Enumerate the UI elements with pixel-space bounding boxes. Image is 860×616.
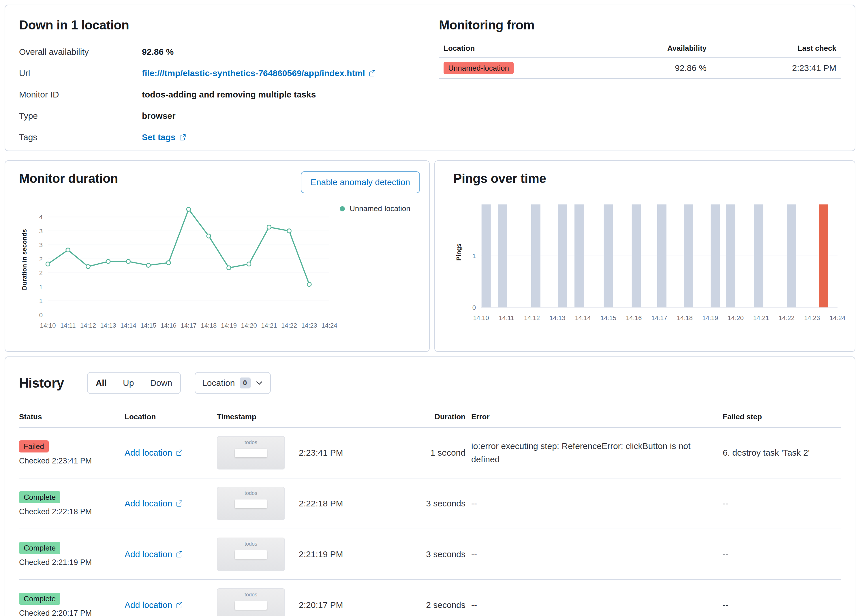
history-timestamp-cell: todos 2:22:18 PM (217, 487, 418, 520)
history-status-cell: Complete Checked 2:22:18 PM (19, 491, 125, 516)
x-tick-label: 14:17 (180, 322, 196, 329)
ping-bar-up (711, 204, 720, 307)
step-thumbnail[interactable]: todos (217, 538, 285, 571)
x-tick-label: 14:15 (600, 314, 616, 321)
timestamp-value: 2:20:17 PM (299, 600, 343, 610)
history-status-cell: Complete Checked 2:20:17 PM (19, 592, 125, 616)
y-axis-title: Duration in seconds (21, 229, 28, 290)
thumbnail-content (235, 601, 267, 610)
location-filter-dropdown[interactable]: Location 0 (195, 372, 270, 394)
checked-time: Checked 2:20:17 PM (19, 609, 92, 616)
y-tick-label: 0 (472, 304, 476, 311)
x-tick-label: 14:23 (301, 322, 317, 329)
ping-bar-up (684, 204, 693, 307)
monitor-id-value: todos-adding and removing multiple tasks (142, 89, 316, 100)
step-thumbnail[interactable]: todos (217, 588, 285, 616)
checked-time: Checked 2:23:41 PM (19, 456, 92, 466)
duration-point (106, 260, 110, 263)
field-url: Url file:///tmp/elastic-synthetics-76486… (19, 67, 439, 79)
chart-legend-item[interactable]: Unnamed-location (340, 204, 416, 213)
ping-bar-up (558, 204, 567, 307)
thumbnail-content (235, 449, 267, 458)
x-tick-label: 14:22 (779, 314, 794, 321)
enable-anomaly-detection-button[interactable]: Enable anomaly detection (301, 171, 420, 193)
error-value: -- (471, 548, 723, 561)
duration-point (46, 262, 50, 266)
history-location-cell: Add location (125, 448, 217, 458)
x-tick-label: 14:23 (804, 314, 820, 321)
field-overall-availability: Overall availability 92.86 % (19, 46, 439, 58)
thumbnail-content (235, 550, 267, 559)
ping-bar-up (632, 204, 641, 307)
add-location-link[interactable]: Add location (125, 549, 182, 559)
filter-up-button[interactable]: Up (115, 373, 142, 393)
y-tick-label: 1 (472, 252, 476, 260)
history-location-cell: Add location (125, 549, 217, 559)
add-location-link[interactable]: Add location (125, 448, 182, 458)
history-timestamp-cell: todos 2:23:41 PM (217, 436, 418, 470)
duration-point (247, 262, 251, 266)
overall-availability-value: 92.86 % (142, 46, 174, 58)
duration-point (267, 225, 271, 229)
history-status-cell: Failed Checked 2:23:41 PM (19, 440, 125, 466)
y-axis-title: Pings (455, 243, 462, 261)
set-tags-link[interactable]: Set tags (142, 132, 186, 143)
status-badge: Complete (19, 592, 60, 605)
y-tick-label: 3 (39, 241, 43, 249)
monitor-type-value: browser (142, 110, 176, 122)
ping-bar-up (726, 204, 735, 307)
legend-dot-icon (340, 206, 345, 212)
pings-over-time-chart: 0114:1014:1114:1214:1314:1414:1514:1614:… (454, 189, 846, 334)
timestamp-value: 2:23:41 PM (299, 448, 343, 458)
filter-all-button[interactable]: All (88, 373, 115, 393)
add-location-link[interactable]: Add location (125, 600, 182, 610)
external-link-icon (176, 602, 182, 608)
duration-point (307, 282, 311, 286)
duration-point (207, 234, 211, 238)
pings-over-time-panel: Pings over time 0114:1014:1114:1214:1314… (434, 160, 855, 352)
checked-time: Checked 2:22:18 PM (19, 507, 92, 516)
y-tick-label: 2 (39, 270, 43, 277)
external-link-icon (176, 449, 182, 456)
x-tick-label: 14:14 (575, 314, 591, 321)
history-row: Failed Checked 2:23:41 PM Add location t… (19, 428, 841, 478)
duration-point (86, 265, 90, 268)
ping-bar-up (498, 204, 507, 307)
x-tick-label: 14:12 (80, 322, 96, 329)
status-title: Down in 1 location (19, 18, 439, 32)
error-value: -- (471, 599, 723, 612)
y-tick-label: 0 (39, 312, 43, 319)
history-location-cell: Add location (125, 600, 217, 610)
history-status-cell: Complete Checked 2:21:19 PM (19, 542, 125, 567)
status-filter-group: All Up Down (87, 372, 181, 394)
monitor-duration-panel: Monitor duration Enable anomaly detectio… (5, 160, 430, 352)
monitor-url-link[interactable]: file:///tmp/elastic-synthetics-764860569… (142, 67, 375, 79)
ping-bar-down (819, 204, 828, 307)
field-tags: Tags Set tags (19, 132, 439, 143)
step-thumbnail[interactable]: todos (217, 487, 285, 520)
history-row: Complete Checked 2:22:18 PM Add location… (19, 478, 841, 529)
history-table-header: Status Location Timestamp Duration Error… (19, 412, 841, 428)
x-tick-label: 14:11 (60, 322, 75, 329)
x-tick-label: 14:21 (753, 314, 769, 321)
x-tick-label: 14:13 (549, 314, 565, 321)
duration-value: 3 seconds (418, 498, 471, 508)
x-tick-label: 14:15 (140, 322, 156, 329)
x-tick-label: 14:22 (281, 322, 297, 329)
add-location-link[interactable]: Add location (125, 498, 182, 508)
duration-point (166, 261, 170, 265)
y-tick-label: 1 (39, 284, 43, 291)
external-link-icon (176, 500, 182, 507)
step-thumbnail[interactable]: todos (217, 436, 285, 470)
x-tick-label: 14:14 (120, 322, 136, 329)
filter-down-button[interactable]: Down (142, 373, 180, 393)
timestamp-value: 2:21:19 PM (299, 549, 343, 559)
external-link-icon (179, 134, 186, 141)
status-badge: Failed (19, 440, 49, 453)
ping-bar-up (531, 204, 540, 307)
duration-point (287, 229, 291, 233)
status-overview-panel: Down in 1 location Overall availability … (5, 5, 855, 151)
x-tick-label: 14:18 (677, 314, 693, 321)
monitor-duration-title: Monitor duration (19, 171, 118, 186)
y-tick-label: 2 (39, 255, 43, 263)
